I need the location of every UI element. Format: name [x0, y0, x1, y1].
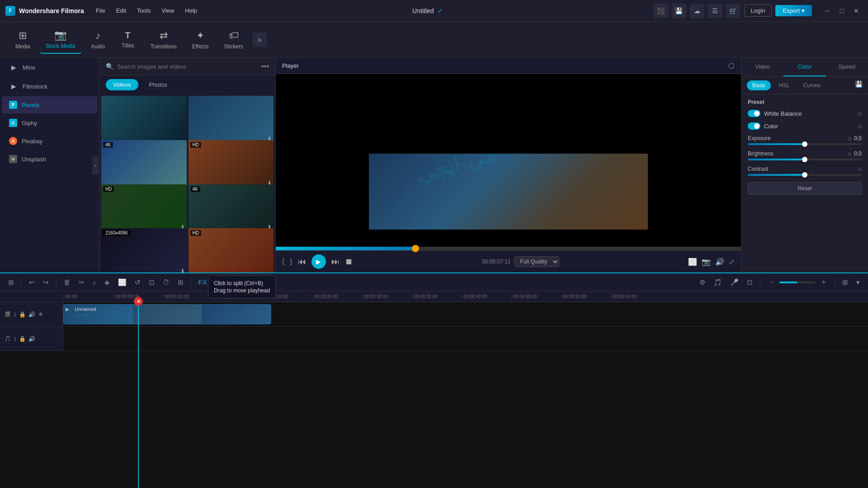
search-options-button[interactable]: •••	[261, 62, 269, 70]
brightness-slider[interactable]	[748, 159, 862, 160]
sidebar-item-giphy[interactable]: G Giphy	[2, 114, 97, 131]
panel-collapse-button[interactable]: ‹	[92, 156, 99, 174]
media-item-6[interactable]: 4K ⬇	[189, 184, 274, 232]
media-item-2[interactable]: ⬇	[189, 96, 274, 144]
audio-track-content[interactable]	[63, 327, 868, 351]
tl-keyframe-button[interactable]: ◈	[102, 277, 113, 288]
media-item-5[interactable]: HD ⬇	[101, 184, 187, 232]
toolbar-stickers[interactable]: 🏷 Stickers	[217, 26, 250, 53]
toolbar-titles[interactable]: T Titles	[114, 27, 142, 52]
color-expand[interactable]: ◇	[858, 123, 862, 129]
menu-button[interactable]: ☰	[708, 4, 722, 18]
minimize-button[interactable]: ─	[821, 5, 834, 17]
toolbar-media[interactable]: ⊞ Media	[9, 26, 37, 53]
volume-icon[interactable]: 🔊	[715, 258, 724, 266]
media-item-8[interactable]: HD	[189, 228, 274, 272]
snapshot-icon[interactable]: 📷	[702, 258, 711, 266]
fast-forward-button[interactable]: ⏭	[331, 257, 340, 267]
menu-view[interactable]: View	[157, 5, 179, 16]
tl-more-button[interactable]: »	[236, 277, 245, 287]
exposure-thumb[interactable]	[802, 141, 807, 147]
zoom-out-button[interactable]: －	[765, 276, 778, 288]
menu-file[interactable]: File	[91, 5, 110, 16]
tl-sound-button[interactable]: 🎵	[711, 277, 725, 288]
tab-color[interactable]: Color	[783, 58, 826, 76]
save-preset-icon[interactable]: 💾	[855, 80, 863, 90]
tl-ai-button[interactable]: 🤖	[212, 277, 226, 288]
tl-crop-button[interactable]: ⬜	[115, 277, 129, 288]
track-volume-audio-icon[interactable]: 🔊	[28, 336, 35, 342]
tab-photos[interactable]: Photos	[142, 79, 175, 90]
sidebar-item-unsplash[interactable]: U Unsplash	[2, 150, 97, 168]
tab-speed[interactable]: Speed	[826, 58, 868, 76]
menu-edit[interactable]: Edit	[112, 5, 131, 16]
contrast-reset-icon[interactable]: ◇	[858, 166, 862, 172]
save-project-button[interactable]: 💾	[672, 4, 686, 18]
toolbar-audio[interactable]: ♪ Audio	[85, 26, 112, 53]
export-button[interactable]: Export ▾	[775, 5, 812, 16]
track-eye-icon[interactable]: 👁	[38, 311, 43, 318]
brightness-reset-icon[interactable]: ◇	[848, 151, 851, 157]
stop-button[interactable]: ⏹	[345, 257, 353, 267]
video-track-content[interactable]: Unnamed ▶ Unnamed	[63, 302, 868, 326]
white-balance-toggle[interactable]	[748, 110, 760, 117]
cloud-button[interactable]: ☁	[690, 4, 704, 18]
tl-audio-button[interactable]: ♪	[90, 277, 99, 287]
out-point-marker[interactable]: }	[290, 258, 292, 266]
menu-tools[interactable]: Tools	[132, 5, 155, 16]
login-button[interactable]: Login	[744, 5, 772, 17]
track-lock-audio-icon[interactable]: 🔒	[19, 336, 26, 342]
play-button[interactable]: ▶	[311, 254, 326, 269]
rewind-button[interactable]: ⏮	[298, 257, 306, 267]
search-input[interactable]	[117, 63, 258, 70]
media-item-7[interactable]: 2160x4096 ⬇	[101, 228, 187, 272]
tl-undo-button[interactable]: ↩	[26, 277, 38, 288]
in-point-marker[interactable]: {	[282, 258, 284, 266]
contrast-thumb[interactable]	[802, 172, 807, 178]
close-button[interactable]: ✕	[850, 5, 863, 17]
sidebar-item-pexels[interactable]: P Pexels	[2, 96, 97, 113]
sidebar-item-filmstock[interactable]: ▶ Filmstock	[2, 77, 97, 95]
tab-videos[interactable]: Videos	[106, 79, 138, 90]
maximize-button[interactable]: □	[835, 5, 848, 17]
color-toggle[interactable]	[748, 122, 760, 130]
cart-button[interactable]: 🛒	[726, 4, 741, 18]
sub-tab-hsl[interactable]: HSL	[774, 80, 795, 90]
tl-captions-button[interactable]: ⊡	[744, 277, 755, 288]
zoom-in-button[interactable]: ＋	[817, 276, 830, 288]
sub-tab-curves[interactable]: Curves	[798, 80, 826, 90]
tl-grid-button[interactable]: ⊞	[5, 277, 17, 288]
zoom-slider[interactable]	[779, 282, 816, 283]
player-expand-button[interactable]: ⬡	[728, 61, 735, 70]
sub-tab-basic[interactable]: Basic	[747, 80, 771, 90]
white-balance-expand[interactable]: ◇	[858, 110, 862, 117]
track-volume-icon[interactable]: 🔊	[28, 311, 35, 318]
tl-redo-button[interactable]: ↪	[40, 277, 52, 288]
contrast-slider[interactable]	[748, 174, 862, 176]
menu-help[interactable]: Help	[180, 5, 202, 16]
media-item-4[interactable]: HD ⬇	[189, 140, 274, 188]
tl-settings-button[interactable]: ⚙	[697, 277, 708, 288]
track-lock-icon[interactable]: 🔒	[19, 311, 26, 318]
toolbar-more-button[interactable]: »	[252, 33, 267, 47]
tl-list-button[interactable]: ▾	[854, 277, 863, 288]
tl-motion-button[interactable]: ⊡	[146, 277, 157, 288]
tl-grid-layout-button[interactable]: ⊞	[840, 277, 851, 288]
toolbar-transitions[interactable]: ⇄ Transitions	[144, 26, 183, 53]
brightness-thumb[interactable]	[802, 157, 807, 162]
tl-mic-button[interactable]: 🎤	[727, 277, 741, 288]
tl-speed-button[interactable]: ⊞	[175, 277, 186, 288]
quality-select[interactable]: Full Quality 1/2 Quality 1/4 Quality	[514, 256, 559, 267]
toolbar-effects[interactable]: ✦ Effects	[186, 26, 215, 53]
toolbar-stock-media[interactable]: 📷 Stock Media	[39, 26, 82, 54]
media-item-3[interactable]: 4K	[101, 140, 187, 188]
sidebar-item-mine[interactable]: ▶ Mine	[2, 58, 97, 76]
tl-cut-button[interactable]: ✂	[76, 277, 87, 288]
video-clip-1[interactable]: Unnamed ▶ Unnamed	[63, 304, 271, 324]
fullscreen-icon[interactable]: ⤢	[729, 258, 735, 266]
tl-timer-button[interactable]: ⏱	[160, 277, 172, 287]
tab-video[interactable]: Video	[741, 58, 783, 76]
tl-rotate-button[interactable]: ↺	[132, 277, 143, 288]
exposure-reset-icon[interactable]: ◇	[848, 136, 851, 141]
exposure-slider[interactable]	[748, 143, 862, 145]
